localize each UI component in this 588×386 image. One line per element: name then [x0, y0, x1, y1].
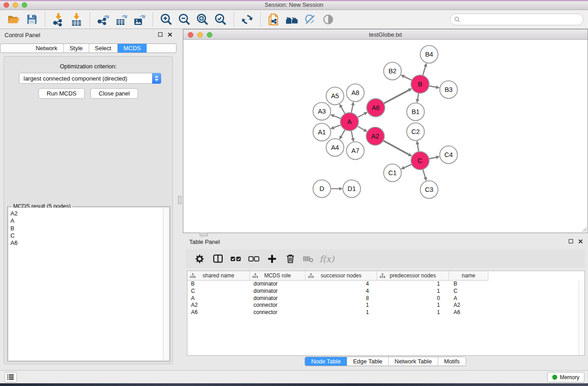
graph-edge-A-A1[interactable]	[334, 125, 341, 128]
graph-edge-C-C1[interactable]	[404, 164, 411, 167]
graph-edge-C-C2[interactable]	[417, 144, 418, 152]
graph-node-label: C1	[388, 169, 397, 176]
close-panel-button[interactable]: Close panel	[91, 88, 138, 99]
tab-motifs[interactable]: Motifs	[438, 357, 466, 366]
float-panel-icon[interactable]	[158, 32, 163, 38]
tab-select[interactable]: Select	[89, 44, 118, 52]
graph-edge-B-B4[interactable]	[423, 67, 425, 75]
tab-mcds[interactable]: MCDS	[118, 44, 147, 52]
graph-edge-A-A6[interactable]	[358, 114, 364, 117]
table-row[interactable]: Adominator80A	[187, 295, 578, 302]
float-table-panel-icon[interactable]	[568, 238, 574, 244]
zoom-out-button[interactable]	[175, 11, 193, 28]
fx-icon: f(x)	[319, 254, 335, 264]
import-table-button[interactable]	[67, 11, 86, 28]
new-network-from-selection-button[interactable]	[265, 11, 283, 28]
mcds-result-list[interactable]: A2ABCA6	[9, 208, 163, 360]
tab-network-table[interactable]: Network Table	[389, 357, 438, 366]
column-header-mcds-role[interactable]: MCDS role	[250, 271, 306, 280]
column-header-shared-name[interactable]: shared name	[187, 271, 250, 280]
table-settings-button[interactable]	[193, 252, 206, 266]
tab-edge-table[interactable]: Edge Table	[347, 357, 389, 366]
mcds-result-item[interactable]: A	[10, 217, 163, 224]
zoom-fit-icon	[196, 13, 209, 26]
graph-edge-C-C4[interactable]	[429, 157, 436, 159]
table-cell: A6	[187, 309, 250, 316]
graph-edge-A-A8[interactable]	[351, 105, 353, 113]
graph-node-label: A5	[331, 92, 339, 100]
tab-network[interactable]: Network	[30, 44, 64, 52]
node-table: shared name MCDS role successor nodes pr…	[187, 271, 585, 356]
table-cell: 1	[377, 288, 449, 295]
mcds-result-item[interactable]: B	[10, 225, 163, 232]
show-columns-button[interactable]	[211, 252, 225, 266]
table-scrollbar[interactable]	[578, 281, 584, 355]
close-table-panel-icon[interactable]	[578, 238, 583, 244]
deselect-all-rows-button[interactable]	[247, 252, 261, 266]
close-panel-icon[interactable]	[167, 32, 173, 38]
graph-node-label: A4	[331, 144, 339, 151]
graph-edge-A-A7[interactable]	[351, 131, 353, 138]
memory-label: Memory	[560, 374, 579, 381]
run-mcds-button[interactable]: Run MCDS	[38, 88, 85, 99]
tab-node-table[interactable]: Node Table	[305, 357, 347, 366]
control-panel-tabs: Network Style Select MCDS	[0, 43, 177, 53]
export-image-button[interactable]	[130, 11, 148, 28]
task-history-button[interactable]	[5, 372, 17, 382]
network-canvas[interactable]: B4B2BB3B1A5A8A6A3AA1C2A2A4A7C4CC1C3DD1	[184, 40, 587, 233]
graph-edge-A-A3[interactable]	[334, 116, 341, 119]
memory-button[interactable]: Memory	[547, 372, 584, 382]
toolbar-divider	[90, 12, 90, 27]
table-row[interactable]: Bdominator41B	[187, 281, 578, 288]
table-row[interactable]: A6connector11A6	[187, 309, 578, 316]
graph-edge-A-A4[interactable]	[341, 130, 345, 136]
table-cell: 1	[377, 281, 449, 288]
graph-edge-A-A2[interactable]	[358, 126, 364, 130]
mcds-result-item[interactable]: A2	[10, 210, 163, 217]
graph-node-label: B4	[425, 51, 433, 58]
graph-node-label: C3	[425, 186, 434, 193]
zoom-fit-button[interactable]	[193, 11, 211, 28]
column-header-predecessor-nodes[interactable]: predecessor nodes	[377, 271, 449, 280]
show-all-networks-button[interactable]	[283, 11, 301, 28]
network-document-icon	[267, 13, 281, 26]
hide-graphics-details-button[interactable]	[301, 11, 319, 28]
export-table-button[interactable]	[112, 11, 130, 28]
delete-table-button[interactable]	[301, 252, 315, 266]
table-row[interactable]: A2connector11A2	[187, 302, 578, 309]
save-session-button[interactable]	[23, 11, 41, 28]
table-row[interactable]: Cdominator41C	[187, 288, 578, 295]
create-column-button[interactable]	[265, 252, 279, 266]
resize-grip-icon[interactable]	[581, 226, 587, 232]
mcds-result-scrollbar[interactable]	[163, 208, 169, 360]
zoom-selected-button[interactable]	[211, 11, 229, 28]
select-all-rows-button[interactable]	[229, 252, 243, 266]
zoom-in-button[interactable]	[157, 11, 175, 28]
mcds-result-item[interactable]: C	[10, 232, 163, 239]
graph-edge-B-B3[interactable]	[429, 86, 436, 87]
open-session-button[interactable]	[5, 11, 23, 28]
column-header-successor-nodes[interactable]: successor nodes	[306, 271, 377, 280]
import-network-button[interactable]	[49, 11, 67, 28]
export-network-button[interactable]	[94, 11, 112, 28]
vertical-split-handle[interactable]	[178, 196, 182, 204]
graph-edge-A6-B[interactable]	[384, 90, 409, 103]
criterion-dropdown[interactable]: largest connected component (directed)	[19, 73, 161, 84]
function-builder-button[interactable]: f(x)	[320, 252, 333, 266]
graph-edge-A-A5[interactable]	[341, 107, 345, 114]
show-graphics-details-button[interactable]	[319, 11, 337, 28]
control-panel-header: Control Panel	[0, 29, 177, 41]
column-header-name[interactable]: name	[449, 271, 488, 280]
search-input[interactable]	[450, 14, 583, 25]
graph-edge-C-C3[interactable]	[423, 170, 425, 177]
delete-column-button[interactable]	[283, 252, 297, 266]
mcds-result-item[interactable]: A6	[10, 239, 163, 247]
graph-edge-A2-C[interactable]	[383, 141, 409, 155]
graph-edge-B-B1[interactable]	[418, 93, 419, 99]
tab-style[interactable]: Style	[64, 44, 89, 52]
unchecked-boxes-icon	[248, 253, 260, 265]
graph-edge-B-B2[interactable]	[404, 76, 412, 80]
refresh-view-button[interactable]	[238, 11, 256, 28]
refresh-icon	[241, 13, 253, 26]
houses-icon	[285, 13, 299, 26]
